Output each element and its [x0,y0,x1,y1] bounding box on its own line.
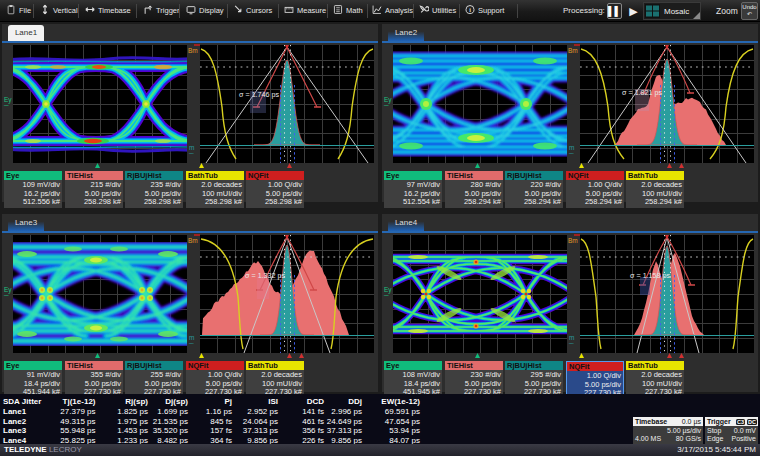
svg-text:σ = 1.821 ps: σ = 1.821 ps [622,88,663,97]
svg-text:i: i [469,7,471,13]
svg-text:σ = 1.158 ps: σ = 1.158 ps [630,271,671,280]
svg-text:σ = 1.332 ps: σ = 1.332 ps [245,271,286,280]
svg-text:σ = 1.746 ps: σ = 1.746 ps [239,90,280,99]
